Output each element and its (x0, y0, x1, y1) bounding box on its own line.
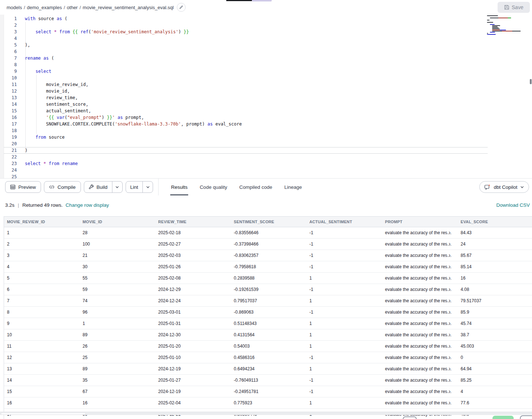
cell-eval-score: 24 (458, 239, 532, 250)
expand-prompt-icon[interactable]: › (449, 332, 451, 337)
dbt-copilot-button[interactable]: dbt Copilot (479, 181, 529, 193)
expand-prompt-icon[interactable]: › (449, 343, 451, 348)
code-line[interactable]: 13 review_time, (4, 94, 488, 101)
cell: 0.2839588 (231, 273, 307, 284)
preview-button[interactable]: Preview (5, 181, 41, 193)
code-line[interactable]: 9 select (4, 68, 488, 75)
code-line[interactable]: 7rename as ( (4, 55, 488, 61)
expand-prompt-icon[interactable]: › (449, 388, 451, 394)
code-text: select * from {{ ref('movie_review_senti… (17, 29, 189, 35)
expand-prompt-icon[interactable]: › (449, 229, 451, 235)
cell: 2025-01-26 (155, 261, 231, 272)
minimap[interactable] (487, 15, 528, 35)
expand-prompt-icon[interactable]: › (449, 252, 451, 258)
code-editor[interactable]: 1with source as (23 select * from {{ ref… (0, 15, 532, 178)
breadcrumb-segment[interactable]: other (67, 5, 78, 10)
code-line[interactable]: 20 (4, 141, 488, 147)
expand-prompt-icon[interactable]: › (449, 263, 451, 269)
expand-prompt-icon[interactable]: › (449, 320, 451, 326)
code-line[interactable]: 4 (4, 35, 488, 42)
download-csv-link[interactable]: Download CSV (496, 202, 530, 208)
code-line[interactable]: 25 (4, 173, 488, 178)
cell-eval-score: 85.67 (458, 250, 532, 261)
code-line[interactable]: 18 (4, 127, 488, 134)
change-row-display-link[interactable]: Change row display (66, 202, 109, 208)
bottom-partial-button[interactable] (520, 415, 532, 419)
code-line[interactable]: 11 movie_review_id, (4, 81, 488, 88)
code-line[interactable]: 24 (4, 167, 488, 173)
column-header-prompt[interactable]: PROMPT (382, 217, 458, 227)
code-line[interactable]: 23select * from rename (4, 160, 488, 167)
code-line[interactable]: 16 '{{ var("eval_prompt") }}' as prompt, (4, 114, 488, 121)
build-dropdown[interactable] (112, 182, 122, 192)
code-line[interactable]: 2 (4, 22, 488, 29)
column-header-actual_sentiment[interactable]: ACTUAL_SENTIMENT (306, 217, 382, 227)
column-header-eval_score[interactable]: EVAL_SCORE (458, 217, 532, 227)
horizontal-scrollbar[interactable] (0, 412, 532, 415)
column-header-movie_review_id[interactable]: MOVIE_REVIEW_ID (4, 217, 80, 227)
expand-prompt-icon[interactable]: › (449, 275, 451, 280)
expand-prompt-icon[interactable]: › (449, 241, 451, 246)
breadcrumb-segment[interactable]: movie_review_sentiment_analysis_eval.sql (83, 5, 174, 10)
code-line[interactable]: 12 movie_id, (4, 88, 488, 94)
code-line[interactable]: 5), (4, 42, 488, 48)
bottom-partial-button[interactable] (403, 416, 417, 419)
code-line[interactable]: 19 from source (4, 134, 488, 141)
code-lines[interactable]: 1with source as (23 select * from {{ ref… (4, 15, 488, 178)
column-header-review_time[interactable]: REVIEW_TIME (155, 217, 231, 227)
line-number: 3 (4, 29, 17, 35)
cell: 0.775923 (231, 397, 307, 408)
column-header-sentiment_score[interactable]: SENTIMENT_SCORE (231, 217, 307, 227)
edit-file-icon[interactable] (177, 3, 186, 12)
code-line[interactable]: 8 (4, 61, 488, 68)
code-line[interactable]: 10 (4, 75, 488, 81)
code-line[interactable]: 22 (4, 154, 488, 160)
code-text (17, 22, 25, 29)
breadcrumb-segment[interactable]: demo_examples (27, 5, 62, 10)
code-line[interactable]: 14 sentiment_score, (4, 101, 488, 108)
tab-lineage[interactable]: Lineage (284, 179, 302, 195)
code-line[interactable]: 1with source as ( (4, 15, 488, 22)
save-icon (504, 5, 509, 10)
tab-results[interactable]: Results (171, 179, 187, 195)
expand-prompt-icon[interactable]: › (449, 354, 451, 360)
code-line[interactable]: 15 actual_sentiment, (4, 108, 488, 114)
lint-dropdown[interactable] (142, 182, 153, 192)
save-button[interactable]: Save (498, 2, 530, 13)
horizontal-scrollbar-thumb[interactable] (1, 412, 86, 415)
build-button[interactable]: Build (84, 182, 112, 192)
expand-prompt-icon[interactable]: › (449, 298, 451, 303)
code-line[interactable]: 3 select * from {{ ref('movie_review_sen… (4, 29, 488, 35)
tab-compiled-code[interactable]: Compiled code (239, 179, 272, 195)
expand-prompt-icon[interactable]: › (449, 309, 451, 314)
cell: 1 (306, 363, 382, 374)
code-line[interactable]: 6 (4, 48, 488, 55)
breadcrumb-segment[interactable]: models (7, 5, 22, 10)
prompt-preview-text: evaluate the accuracy of the res… (385, 310, 452, 315)
expand-prompt-icon[interactable]: › (449, 286, 451, 292)
cell: 2025-03-01 (155, 307, 231, 318)
table-row: 15672024-12-19-0.24951781-1evaluate the … (4, 386, 532, 397)
cell: 1 (306, 341, 382, 352)
prompt-preview-text: evaluate the accuracy of the res… (385, 389, 452, 394)
prompt-preview-text: evaluate the accuracy of the res… (385, 264, 452, 269)
expand-prompt-icon[interactable]: › (449, 366, 451, 371)
cell: 25 (80, 352, 156, 363)
lint-button[interactable]: Lint (126, 182, 143, 192)
column-header-movie_id[interactable]: MOVIE_ID (80, 217, 156, 227)
table-row: 21002025-02-27-0.37398466-1evaluate the … (4, 239, 532, 250)
expand-prompt-icon[interactable]: › (449, 400, 451, 405)
code-text (17, 173, 25, 178)
cell: 16 (4, 397, 80, 408)
code-line[interactable]: 21) (4, 147, 488, 154)
cell-eval-score: 0 (458, 352, 532, 363)
code-line[interactable]: 17 SNOWFLAKE.CORTEX.COMPLETE('snowflake-… (4, 121, 488, 127)
compile-button[interactable]: Compile (44, 181, 81, 193)
editor-vertical-scrollbar[interactable] (530, 79, 532, 84)
line-number: 10 (4, 75, 17, 81)
breadcrumb[interactable]: models/demo_examples/other/movie_review_… (7, 5, 174, 10)
build-split-button: Build (84, 181, 123, 193)
tab-code-quality[interactable]: Code quality (200, 179, 227, 195)
line-number: 19 (4, 134, 17, 141)
expand-prompt-icon[interactable]: › (449, 377, 451, 382)
